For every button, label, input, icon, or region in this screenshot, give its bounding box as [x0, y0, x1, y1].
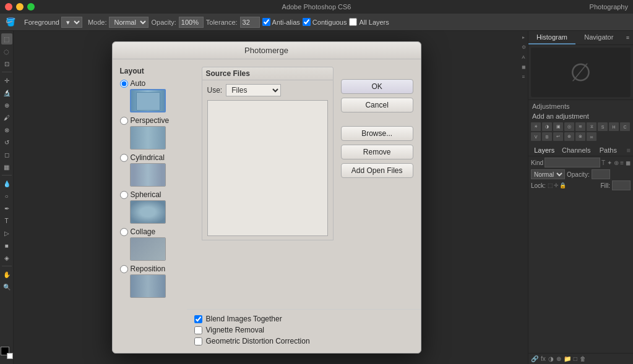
workspace-label[interactable]: Photography — [590, 3, 628, 11]
adj-icon-8[interactable]: H — [609, 122, 619, 131]
opacity-input[interactable] — [179, 17, 204, 28]
lock-pixels-icon[interactable]: ⬚ — [548, 182, 553, 188]
layout-thumb-spherical[interactable] — [130, 200, 166, 224]
lock-all-icon[interactable]: 🔒 — [559, 182, 566, 188]
strip-icon-2[interactable]: ⚙ — [520, 43, 527, 51]
tool-pen[interactable]: ✒ — [1, 203, 12, 214]
tool-brush[interactable]: 🖌 — [1, 112, 12, 123]
adj-icon-6[interactable]: ⧖ — [587, 122, 596, 131]
minimize-button[interactable] — [16, 3, 24, 11]
layout-radio-spherical[interactable] — [120, 191, 128, 199]
geometric-distortion-checkbox[interactable] — [194, 337, 202, 345]
adj-icon-9[interactable]: C — [620, 122, 630, 131]
layout-thumb-reposition[interactable] — [130, 274, 166, 298]
tool-eyedropper[interactable]: 🔬 — [1, 87, 12, 98]
tool-shape[interactable]: ■ — [1, 240, 12, 251]
tolerance-input[interactable] — [240, 17, 260, 28]
tool-gradient[interactable]: ▦ — [1, 161, 12, 172]
adj-icon-14[interactable]: ⊗ — [575, 132, 585, 141]
vignette-removal-checkbox[interactable] — [194, 326, 202, 334]
layout-thumb-cylindrical[interactable] — [130, 163, 166, 187]
tab-paths[interactable]: Paths — [592, 145, 624, 156]
all-layers-checkbox[interactable] — [349, 18, 357, 26]
tool-eraser[interactable]: ◻ — [1, 149, 12, 160]
blend-images-checkbox[interactable] — [194, 315, 202, 323]
all-layers-check-label[interactable]: All Layers — [349, 18, 389, 26]
adj-icon-4[interactable]: ◎ — [564, 122, 574, 131]
adj-icon-2[interactable]: ◑ — [542, 122, 552, 131]
contiguous-checkbox[interactable] — [303, 18, 311, 26]
layers-blend-mode[interactable]: Normal — [531, 169, 565, 179]
tool-3d[interactable]: ◈ — [1, 252, 12, 263]
geometric-distortion-label[interactable]: Geometric Distortion Correction — [194, 337, 413, 345]
tab-navigator[interactable]: Navigator — [575, 31, 622, 44]
tool-move[interactable]: ✛ — [1, 75, 12, 86]
tool-clone[interactable]: ⊗ — [1, 124, 12, 135]
tool-history[interactable]: ↺ — [1, 137, 12, 148]
tool-hand[interactable]: ✋ — [1, 269, 12, 280]
tool-crop[interactable]: ⊡ — [1, 58, 12, 69]
anti-alias-checkbox[interactable] — [262, 18, 270, 26]
tool-marquee[interactable]: ⬚ — [1, 33, 12, 44]
layers-fill-input[interactable] — [612, 180, 631, 190]
maximize-button[interactable] — [27, 3, 35, 11]
strip-icon-4[interactable]: ◼ — [520, 63, 527, 71]
layout-radio-cylindrical[interactable] — [120, 154, 128, 162]
color-swatches[interactable] — [1, 347, 13, 359]
adj-icon-10[interactable]: V — [531, 132, 541, 141]
adj-icon-5[interactable]: ≋ — [575, 122, 585, 131]
layout-option-reposition[interactable]: Reposition — [120, 265, 194, 273]
tab-channels[interactable]: Channels — [561, 145, 593, 156]
adj-icon-15[interactable]: ∞ — [587, 132, 596, 141]
tool-zoom[interactable]: 🔍 — [1, 281, 12, 292]
remove-button[interactable]: Remove — [341, 145, 413, 159]
window-controls[interactable] — [5, 3, 35, 11]
adj-icon-7[interactable]: S — [598, 122, 608, 131]
layout-option-collage[interactable]: Collage — [120, 227, 194, 236]
rp-menu-icon[interactable]: ≡ — [625, 34, 631, 41]
strip-icon-5[interactable]: ≡ — [521, 73, 527, 81]
contiguous-check-label[interactable]: Contiguous — [303, 18, 347, 26]
background-swatch[interactable] — [7, 353, 13, 359]
layers-panel-menu[interactable]: ≡ — [624, 145, 633, 156]
layout-radio-collage[interactable] — [120, 228, 128, 236]
tool-path[interactable]: ▷ — [1, 227, 12, 239]
layers-new-icon[interactable]: □ — [574, 355, 577, 362]
ok-button[interactable]: OK — [341, 79, 413, 94]
tool-lasso[interactable]: ◌ — [1, 46, 12, 57]
adj-icon-12[interactable]: ↩ — [553, 132, 563, 141]
cancel-button[interactable]: Cancel — [341, 98, 413, 112]
tool-healing[interactable]: ⊕ — [1, 99, 12, 111]
layers-delete-icon[interactable]: 🗑 — [580, 355, 586, 362]
tool-type[interactable]: T — [1, 215, 12, 226]
adj-icon-3[interactable]: ▣ — [553, 122, 563, 131]
use-select[interactable]: Files Folders Open Files — [226, 84, 281, 96]
layers-group-icon[interactable]: 📁 — [564, 355, 571, 362]
layout-radio-auto[interactable] — [120, 80, 128, 88]
browse-button[interactable]: Browse... — [341, 126, 413, 141]
adj-icon-1[interactable]: ☀ — [531, 122, 541, 131]
layout-thumb-perspective[interactable] — [130, 126, 166, 150]
strip-icon-1[interactable]: ▸ — [521, 33, 526, 41]
adj-icon-11[interactable]: B — [542, 132, 552, 141]
layers-kind-filter[interactable] — [545, 158, 600, 167]
layers-opacity-input[interactable] — [592, 169, 610, 179]
lock-position-icon[interactable]: ✛ — [554, 182, 559, 188]
layout-option-perspective[interactable]: Perspective — [120, 116, 194, 125]
close-button[interactable] — [5, 3, 12, 11]
adj-icon-13[interactable]: ⊕ — [564, 132, 574, 141]
layers-adjust-icon[interactable]: ⊕ — [556, 355, 561, 362]
tab-histogram[interactable]: Histogram — [528, 31, 575, 44]
tool-blur[interactable]: 💧 — [1, 178, 12, 189]
layout-radio-perspective[interactable] — [120, 117, 128, 125]
anti-alias-check-label[interactable]: Anti-alias — [262, 18, 300, 26]
layout-thumb-auto[interactable] — [130, 89, 166, 112]
layout-thumb-collage[interactable] — [130, 237, 166, 261]
add-open-files-button[interactable]: Add Open Files — [341, 163, 413, 178]
tab-layers[interactable]: Layers — [528, 145, 561, 156]
strip-icon-3[interactable]: A — [520, 53, 526, 61]
blend-images-label[interactable]: Blend Images Together — [194, 315, 413, 323]
layers-fx-icon[interactable]: fx — [541, 355, 546, 362]
layout-option-spherical[interactable]: Spherical — [120, 190, 194, 199]
layout-option-auto[interactable]: Auto — [120, 79, 194, 88]
